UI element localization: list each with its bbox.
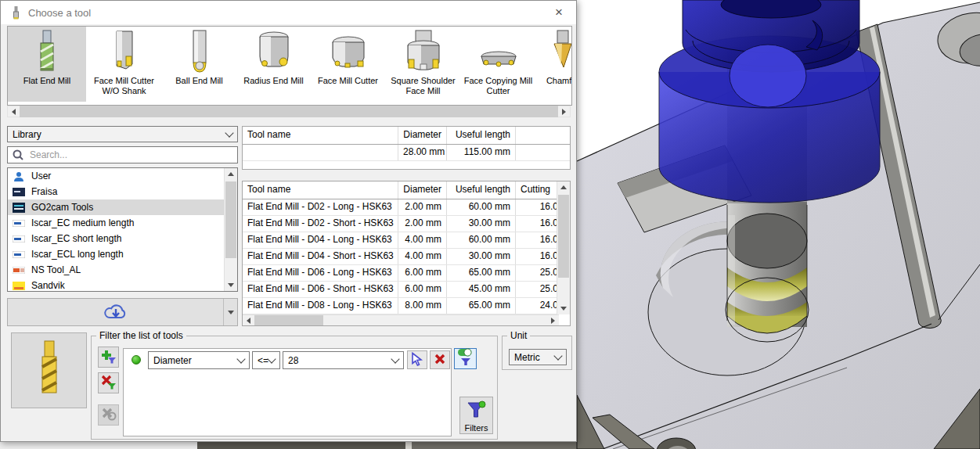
cell-useful-length: 30.00 mm bbox=[447, 249, 516, 264]
unit-value: Metric bbox=[514, 352, 555, 363]
tool-shank bbox=[726, 202, 809, 342]
cursor-pick-icon bbox=[410, 352, 424, 368]
filter-operator-select[interactable]: <= bbox=[252, 351, 280, 369]
library-item-ns-tool-al[interactable]: NS Tool_AL bbox=[8, 262, 237, 278]
tool-type-face-mill-wo-shank[interactable]: Face Mill Cutter W/O Shank bbox=[86, 27, 162, 102]
cell-cutting: 24.00 mm bbox=[516, 298, 557, 314]
cell-useful-length: 30.00 mm bbox=[447, 216, 516, 232]
tool-type-face-copying-mill-cutter[interactable]: Face Copying Mill Cutter bbox=[461, 27, 535, 102]
column-header[interactable]: Useful length bbox=[447, 181, 516, 199]
scroll-down-icon[interactable] bbox=[225, 279, 237, 291]
column-header[interactable]: Diameter bbox=[398, 181, 447, 199]
filters-button[interactable]: Filters bbox=[459, 397, 493, 434]
scrollbar-thumb[interactable] bbox=[20, 106, 558, 117]
scrollbar-thumb[interactable] bbox=[558, 195, 569, 278]
filter-enable-toggle-button[interactable] bbox=[454, 348, 477, 369]
tools-table-vscrollbar[interactable] bbox=[557, 181, 570, 314]
search-input[interactable] bbox=[28, 149, 219, 161]
tool-type-chamfer[interactable]: Chamfer bbox=[535, 27, 572, 102]
scroll-up-icon[interactable] bbox=[225, 168, 237, 180]
column-header[interactable]: Tool name bbox=[243, 127, 398, 144]
cell-tool-name: Flat End Mill - D02 - Short - HSK63 bbox=[243, 216, 398, 232]
scroll-right-icon[interactable] bbox=[547, 314, 559, 326]
library-item-label: User bbox=[31, 171, 51, 181]
tool-holder bbox=[659, 0, 880, 203]
remove-filter-button[interactable] bbox=[98, 372, 119, 393]
delete-filter-row-button[interactable] bbox=[430, 350, 450, 369]
selected-tool-row[interactable]: 28.00 mm 115.00 mm bbox=[243, 145, 570, 161]
radius-end-mill-icon bbox=[257, 28, 291, 74]
face-copying-mill-cutter-icon bbox=[479, 28, 518, 74]
tool-type-ball-end-mill[interactable]: Ball End Mill bbox=[162, 27, 236, 102]
cell-tool-name: Flat End Mill - D08 - Long - HSK63 bbox=[243, 298, 398, 314]
library-list-scrollbar[interactable] bbox=[224, 168, 237, 291]
library-item-fraisa[interactable]: Fraisa bbox=[8, 184, 237, 199]
library-item-iscar-ec-short[interactable]: Iscar_EC short length bbox=[8, 231, 237, 246]
title-bar[interactable]: Choose a tool × bbox=[1, 1, 576, 24]
library-item-label: Iscar_ECL long length bbox=[31, 249, 124, 260]
library-item-user[interactable]: User bbox=[8, 168, 237, 184]
library-item-iscar-ecl-long[interactable]: Iscar_ECL long length bbox=[8, 246, 237, 262]
tool-type-label: Face Mill Cutter W/O Shank bbox=[86, 76, 162, 96]
column-header[interactable]: Tool name bbox=[243, 181, 398, 199]
scroll-left-icon[interactable] bbox=[243, 314, 254, 326]
add-filter-button[interactable] bbox=[98, 347, 119, 368]
download-library-button[interactable] bbox=[7, 298, 238, 326]
table-row[interactable]: Flat End Mill - D02 - Short - HSK63 2.00… bbox=[243, 216, 557, 232]
cell-useful-length: 45.00 mm bbox=[447, 282, 516, 297]
scroll-up-icon[interactable] bbox=[557, 181, 570, 193]
search-box[interactable] bbox=[7, 146, 238, 163]
tool-type-flat-end-mill[interactable]: Flat End Mill bbox=[8, 27, 86, 102]
iscar-logo-icon bbox=[13, 218, 25, 228]
cell-diameter: 2.00 mm bbox=[398, 199, 447, 215]
table-row[interactable]: Flat End Mill - D04 - Short - HSK63 4.00… bbox=[243, 249, 557, 265]
tool-type-label: Flat End Mill bbox=[23, 76, 71, 86]
scroll-down-icon[interactable] bbox=[557, 303, 570, 314]
cell-diameter: 6.00 mm bbox=[398, 282, 447, 297]
cell-useful-length: 60.00 mm bbox=[447, 199, 516, 215]
close-icon[interactable]: × bbox=[549, 4, 568, 21]
red-x-icon bbox=[434, 353, 446, 368]
table-row[interactable]: Flat End Mill - D08 - Long - HSK63 8.00 … bbox=[243, 298, 557, 314]
cell-useful-length: 65.00 mm bbox=[447, 265, 516, 281]
unit-select[interactable]: Metric bbox=[509, 349, 567, 365]
column-header[interactable]: Cutting bbox=[516, 181, 557, 199]
download-options-dropdown[interactable] bbox=[223, 299, 237, 325]
library-selector[interactable]: Library bbox=[7, 126, 238, 142]
choose-a-tool-dialog: Choose a tool × Flat End Mill Face Mill … bbox=[0, 0, 577, 442]
library-item-iscar-ec-medium[interactable]: Iscar_EC medium length bbox=[8, 215, 237, 231]
table-row[interactable]: Flat End Mill - D06 - Short - HSK63 6.00… bbox=[243, 282, 557, 298]
scrollbar-thumb[interactable] bbox=[225, 181, 236, 258]
iscar-logo-icon bbox=[13, 234, 25, 244]
scrollbar-thumb[interactable] bbox=[254, 315, 323, 325]
tools-table: Tool name Diameter Useful length Cutting… bbox=[242, 181, 571, 326]
tool-strip-scrollbar[interactable] bbox=[7, 106, 571, 117]
pick-value-button[interactable] bbox=[407, 350, 427, 369]
tool-type-radius-end-mill[interactable]: Radius End Mill bbox=[236, 27, 311, 102]
chevron-down-icon bbox=[236, 354, 245, 363]
fraisa-logo-icon bbox=[13, 187, 25, 197]
library-item-label: GO2cam Tools bbox=[31, 202, 93, 213]
filter-field-select[interactable]: Diameter bbox=[148, 351, 250, 369]
go2cam-logo-icon bbox=[13, 203, 25, 213]
cell-cutting: 16.00 mm bbox=[516, 199, 557, 215]
tools-table-hscrollbar[interactable] bbox=[243, 314, 559, 325]
cell-tool-name: Flat End Mill - D06 - Long - HSK63 bbox=[243, 265, 398, 281]
scroll-right-icon[interactable] bbox=[558, 106, 570, 117]
scroll-left-icon[interactable] bbox=[8, 106, 20, 117]
library-item-sandvik[interactable]: Sandvik bbox=[8, 278, 237, 292]
table-row[interactable]: Flat End Mill - D02 - Long - HSK63 2.00 … bbox=[243, 199, 557, 216]
tool-type-face-mill-cutter[interactable]: Face Mill Cutter bbox=[311, 27, 385, 102]
column-header[interactable]: Diameter bbox=[398, 127, 447, 144]
table-row[interactable]: Flat End Mill - D06 - Long - HSK63 6.00 … bbox=[243, 265, 557, 282]
filter-value: 28 bbox=[288, 355, 392, 366]
tool-type-label: Face Mill Cutter bbox=[318, 76, 378, 86]
library-item-go2cam-tools[interactable]: GO2cam Tools bbox=[8, 199, 237, 215]
filter-value-input[interactable]: 28 bbox=[283, 351, 404, 369]
tool-type-square-shoulder-face-mill[interactable]: Square Shoulder Face Mill bbox=[385, 27, 461, 102]
column-header[interactable]: Useful length bbox=[447, 127, 516, 144]
chevron-down-icon bbox=[267, 354, 276, 363]
table-row[interactable]: Flat End Mill - D04 - Long - HSK63 4.00 … bbox=[243, 232, 557, 249]
cell-tool-name: Flat End Mill - D02 - Long - HSK63 bbox=[243, 199, 398, 215]
library-item-label: Sandvik bbox=[31, 280, 65, 291]
